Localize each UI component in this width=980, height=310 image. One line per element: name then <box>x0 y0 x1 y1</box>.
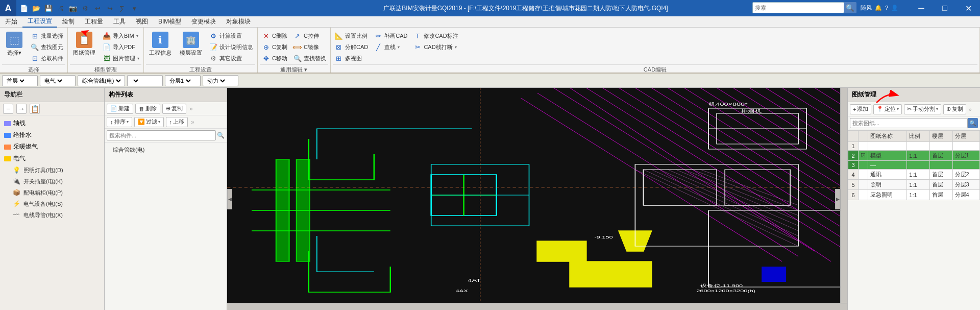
floor-dropdown[interactable]: 首层 <box>2 75 38 86</box>
right-collapse-btn[interactable]: ▶ <box>835 189 840 209</box>
extra-select[interactable] <box>130 77 140 84</box>
comp-search-icon[interactable]: 🔍 <box>217 132 225 139</box>
btn-sort[interactable]: ↕ 排序 ▾ <box>107 117 132 127</box>
close-button[interactable]: ✕ <box>957 0 980 16</box>
btn-select[interactable]: ⬚ 选择▾ <box>2 30 27 59</box>
drawings-search-input[interactable] <box>850 118 968 128</box>
row-2-check[interactable]: ☑ <box>859 151 868 161</box>
nav-cat-gas[interactable]: 采暖燃气 <box>0 141 104 153</box>
menu-bim[interactable]: BIM模型 <box>153 16 186 27</box>
comp-item-combined[interactable]: 综合管线(电) <box>109 145 223 155</box>
canvas-scrollbar-right[interactable] <box>840 88 847 310</box>
left-collapse-btn[interactable]: ◀ <box>227 189 232 209</box>
btn-del-comp[interactable]: 🗑 删除 <box>135 104 160 114</box>
qa-sum[interactable]: ∑ <box>116 3 128 14</box>
btn-proj-info[interactable]: ℹ 工程信息 <box>146 30 175 59</box>
btn-add-drawing[interactable]: + 添加 <box>850 104 871 114</box>
qa-settings[interactable]: ⚙ <box>80 3 91 14</box>
qa-open[interactable]: 📂 <box>31 3 42 14</box>
qa-new[interactable]: 📄 <box>18 3 30 14</box>
btn-image-mgr[interactable]: 🖼 图片管理▾ <box>101 53 141 63</box>
btn-other-settings[interactable]: ⚙ 其它设置 <box>207 53 255 63</box>
qa-undo[interactable]: ↩ <box>92 3 103 14</box>
btn-copy-comp[interactable]: ⊕ 复制 <box>162 104 186 114</box>
help-icon[interactable]: ? <box>885 5 888 11</box>
row-6-check[interactable] <box>859 190 868 200</box>
menu-view[interactable]: 视图 <box>131 16 153 27</box>
menu-start[interactable]: 开始 <box>0 16 22 27</box>
user-icon[interactable]: 👤 <box>891 5 898 11</box>
discipline-select[interactable]: 电气 <box>42 77 64 84</box>
menu-draw[interactable]: 绘制 <box>57 16 80 27</box>
btn-batch-select[interactable]: ⊞ 批量选择 <box>29 31 65 41</box>
nav-item-distribution[interactable]: 📦 配电箱柜(电)(P) <box>0 187 104 198</box>
maximize-button[interactable]: □ <box>933 0 957 16</box>
btn-move[interactable]: ✥ C移动 <box>260 53 289 63</box>
drawings-search-button[interactable]: 🔍 <box>968 118 978 128</box>
qa-save[interactable]: 💾 <box>43 3 54 14</box>
qa-redo[interactable]: ↪ <box>104 3 115 14</box>
btn-mirror[interactable]: ⟺ C镜像 <box>291 42 328 52</box>
menu-project-settings[interactable]: 工程设置 <box>22 16 57 28</box>
btn-floor-settings[interactable]: 🏢 楼层设置 <box>177 30 205 59</box>
btn-design-desc[interactable]: 📝 设计说明信息 <box>207 42 255 52</box>
btn-copy-drawing[interactable]: ⊕ 复制 <box>943 104 966 114</box>
nav-item-switch[interactable]: 🔌 开关插座(电)(K) <box>0 176 104 187</box>
row-1-check[interactable] <box>859 142 868 151</box>
type-dropdown[interactable]: 动力 <box>203 75 238 86</box>
row-5-check[interactable] <box>859 180 868 190</box>
btn-calc-settings[interactable]: ⚙ 计算设置 <box>207 31 255 41</box>
comp-search-input[interactable] <box>107 130 216 140</box>
btn-add-cad[interactable]: ✏ 补画CAD <box>372 31 409 41</box>
type-select[interactable]: 动力 <box>205 77 227 84</box>
nav-cat-water[interactable]: 给排水 <box>0 129 104 141</box>
row-3-check[interactable] <box>859 161 868 170</box>
btn-multiview[interactable]: ⊞ 多视图 <box>333 53 370 63</box>
btn-cad-break[interactable]: ✂ CAD线打断▾ <box>411 42 460 52</box>
extra-dropdown[interactable] <box>127 75 163 86</box>
system-select[interactable]: 综合管线(电) <box>80 77 122 84</box>
floor-select[interactable]: 首层 <box>5 77 26 84</box>
btn-import-pdf[interactable]: 📄 导入PDF <box>101 42 141 52</box>
btn-move-up[interactable]: ↑ 上移 <box>166 117 188 127</box>
btn-stretch[interactable]: ↗ C拉伸 <box>291 31 328 41</box>
qa-print[interactable]: 🖨 <box>55 3 66 14</box>
nav-item-lighting[interactable]: 💡 照明灯具(电)(D) <box>0 164 104 176</box>
btn-decompose-cad[interactable]: ⊠ 分解CAD <box>333 42 370 52</box>
btn-modify-annotation[interactable]: T 修改CAD标注 <box>411 31 460 41</box>
canvas-scrollbar-bottom[interactable] <box>227 303 847 310</box>
search-button[interactable]: 🔍 <box>844 2 856 13</box>
nav-cat-electric[interactable]: 电气 <box>0 153 104 164</box>
layer-dropdown[interactable]: 分层1 <box>165 75 201 86</box>
nav-item-cable[interactable]: 〰 电线导管(电)(X) <box>0 209 104 221</box>
bell-icon[interactable]: 🔔 <box>875 5 882 11</box>
btn-copy[interactable]: ⊕ C复制 <box>260 42 289 52</box>
btn-line[interactable]: ╱ 直线▾ <box>372 42 409 52</box>
row-4-check[interactable] <box>859 170 868 180</box>
btn-set-scale[interactable]: 📐 设置比例 <box>333 31 370 41</box>
btn-delete[interactable]: ✕ C删除 <box>260 31 289 41</box>
layer-select[interactable]: 分层1 <box>167 77 192 84</box>
btn-find-element[interactable]: 🔍 查找图元 <box>29 42 65 52</box>
btn-new-comp[interactable]: 📄 新建 <box>107 104 133 114</box>
nav-cat-axis[interactable]: 轴线 <box>0 117 104 129</box>
btn-pick-component[interactable]: ⊡ 拾取构件 <box>29 53 65 63</box>
nav-item-device[interactable]: ⚡ 电气设备(电)(S) <box>0 198 104 209</box>
btn-find-replace[interactable]: 🔍 查找替换 <box>291 53 328 63</box>
discipline-dropdown[interactable]: 电气 <box>40 75 76 86</box>
search-input[interactable] <box>752 2 844 13</box>
qa-img[interactable]: 📷 <box>67 3 79 14</box>
menu-object[interactable]: 对象模块 <box>221 16 256 27</box>
btn-locate[interactable]: 📍 定位 ▾ <box>873 104 902 114</box>
btn-drawing-mgr[interactable]: 📋 图纸管理 ➤ <box>70 30 99 59</box>
nav-copy-btn[interactable]: 📋 <box>30 104 40 114</box>
nav-collapse-btn[interactable]: − <box>3 104 13 114</box>
nav-expand-btn[interactable]: → <box>16 104 27 114</box>
menu-tools[interactable]: 工具 <box>108 16 131 27</box>
menu-change[interactable]: 变更模块 <box>186 16 221 27</box>
btn-manual-split[interactable]: ✂ 手动分割 ▾ <box>904 104 941 114</box>
system-dropdown[interactable]: 综合管线(电) <box>78 75 125 86</box>
qa-dropdown[interactable]: ▾ <box>129 3 140 14</box>
btn-import-bim[interactable]: 📥 导入BIM▾ <box>101 31 141 41</box>
minimize-button[interactable]: ─ <box>910 0 933 16</box>
